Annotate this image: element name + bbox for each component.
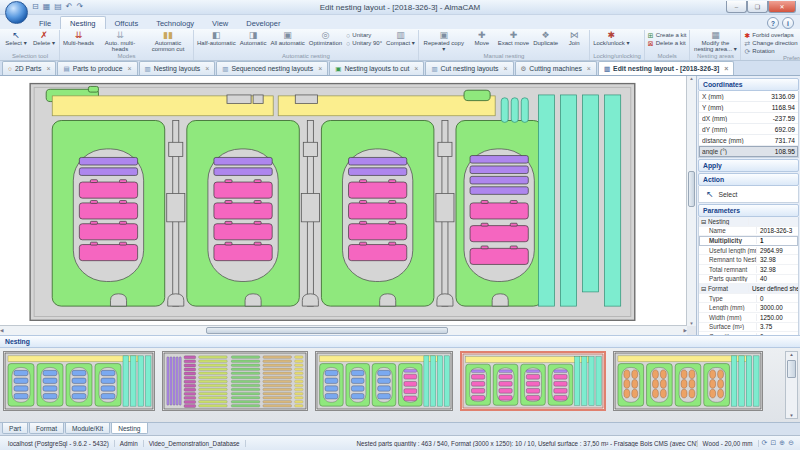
repeated-copy-button[interactable]: ▣Repeated copy ▾ [420,30,468,53]
fit-icon[interactable]: ⊡ [770,439,776,447]
create-a-kit-button[interactable]: ⊞Create a kit [648,32,687,39]
doc-tab-2d-parts[interactable]: ○2D Parts× [2,61,56,75]
coordinate-row[interactable]: dX (mm)-237.59 [699,113,798,124]
help-icon[interactable]: ? [767,17,779,29]
info-icon[interactable]: i [782,17,794,29]
close-tab-icon[interactable]: × [587,65,591,72]
nesting-layout-2[interactable] [162,351,308,411]
parameter-row[interactable]: Parts quantity40 [699,275,798,285]
nesting-layout-3[interactable] [315,351,453,411]
parameter-row[interactable]: Total remnant32.98 [699,265,798,275]
coordinate-row[interactable]: Y (mm)1168.94 [699,102,798,113]
delete-a-kit-button[interactable]: ⊠Delete a kit [648,40,687,47]
coordinate-row[interactable]: dY (mm)692.09 [699,124,798,135]
coordinate-row[interactable]: angle (°)108.95 [699,146,798,157]
doc-tab-edit-nesting-layout-2018-326-3-[interactable]: ▥Edit nesting layout - [2018-326-3]× [598,61,734,75]
doc-tab-nesting-layouts[interactable]: ▥Nesting layouts× [139,61,216,75]
close-tab-icon[interactable]: × [205,65,209,72]
doc-tab-parts-to-produce[interactable]: ▤Parts to produce× [57,61,137,75]
close-tab-icon[interactable]: × [46,65,50,72]
ribbon-tab-view[interactable]: View [203,17,237,29]
half-automatic-button[interactable]: ◧Half-automatic [195,30,238,53]
close-tab-icon[interactable]: × [318,65,322,72]
doc-tab-cut-nesting-layouts[interactable]: ▥Cut nesting layouts× [425,61,513,75]
save-icon[interactable]: ⊟ [32,3,39,11]
nesting-layout-5[interactable] [613,351,763,411]
nesting-layout-drawing[interactable] [0,76,687,326]
bottom-tab-part[interactable]: Part [2,423,28,434]
bottom-tab-nesting[interactable]: Nesting [111,423,147,434]
grid-icon[interactable]: ▤ [54,3,62,11]
undo-icon[interactable]: ↶ [66,3,73,11]
close-tab-icon[interactable]: × [503,65,507,72]
doc-tab-sequenced-nesting-layouts[interactable]: ▥Sequenced nesting layouts× [216,61,328,75]
coordinate-row[interactable]: X (mm)3136.09 [699,91,798,102]
ribbon-tab-developer[interactable]: Developer [237,17,289,29]
close-tab-icon[interactable]: × [414,65,418,72]
nesting-strip-header[interactable]: Nesting [0,335,800,348]
minimize-button[interactable]: – [726,1,747,13]
automatic-button[interactable]: ◨Automatic [238,30,269,53]
ribbon-tab-offcuts[interactable]: Offcuts [106,17,148,29]
bottom-tab-format[interactable]: Format [29,423,64,434]
ribbon-tab-nesting[interactable]: Nesting [60,16,105,29]
maximize-button[interactable]: ❏ [747,1,768,13]
coordinate-row[interactable]: distance (mm)731.74 [699,135,798,146]
duplicate-button[interactable]: ❖Duplicate [531,30,560,53]
automatic-common-cut-button[interactable]: ▮▮Automatic common cut [144,30,192,53]
parameter-row[interactable]: Multiplicity1 [699,236,798,246]
zoom-in-icon[interactable]: ⊕ [779,439,785,447]
nesting-canvas[interactable]: ▲▼ ◀▶ [0,76,696,335]
lock-unlock-button[interactable]: ✱Lock/unlock ▾ [591,30,631,53]
coordinates-header[interactable]: Coordinates [698,78,799,91]
close-button[interactable]: ✕ [768,1,796,13]
forbid-overlaps-button[interactable]: ✱Forbid overlaps [744,32,797,39]
parameter-row[interactable]: Length (mm)3000.00 [699,303,798,313]
all-automatic-button[interactable]: ▣All automatic [268,30,306,53]
close-tab-icon[interactable]: × [724,65,728,72]
optimization-button[interactable]: ◎Optimization [307,30,344,53]
auto-multi-heads-button[interactable]: ⇊Auto. multi-heads [96,30,144,53]
parameter-group-row[interactable]: ⊟ FormatUser defined sheets [699,284,798,294]
modify-the-nesting-area--button[interactable]: ▦Modify the nesting area... ▾ [691,30,739,53]
action-section-header[interactable]: Action [698,173,799,186]
join-button[interactable]: ⋈Join [560,30,588,53]
change-direction-button[interactable]: ⇄Change direction [744,40,797,47]
ribbon-tab-file[interactable]: File [30,17,60,29]
table-icon[interactable]: ▦ [43,3,51,11]
nesting-layout-1[interactable] [3,351,155,411]
parameter-row[interactable]: Name2018-326-3 [699,227,798,237]
close-tab-icon[interactable]: × [128,65,132,72]
compact-button[interactable]: ▥Compact ▾ [384,30,417,53]
machine-icon: ⚙ [521,65,527,73]
thumbnails-scrollbar[interactable]: ▲▼ [785,351,798,419]
select-button[interactable]: ↖Select ▾ [2,30,30,53]
unitary-90--button[interactable]: ○Unitary 90° [346,40,382,47]
move-button[interactable]: ✚Move [468,30,496,53]
parameter-group-row[interactable]: ⊟ Nesting [699,217,798,227]
redo-icon[interactable]: ↷ [77,3,84,11]
canvas-vertical-scrollbar[interactable]: ▲▼ [686,76,696,326]
nesting-layout-4-selected[interactable] [460,351,606,411]
unitary-button[interactable]: ○Unitary [346,32,382,39]
exact-move-button[interactable]: ✚Exact move [496,30,531,53]
parameters-header[interactable]: Parameters [698,204,799,217]
canvas-horizontal-scrollbar[interactable]: ◀▶ [0,325,687,335]
parameter-row[interactable]: Useful length (mm)2964.99 [699,246,798,256]
parameter-row[interactable]: Type0 [699,294,798,304]
apply-section-header[interactable]: Apply [698,159,799,172]
parameter-row[interactable]: Surface (m²)3.75 [699,323,798,333]
refresh-icon[interactable]: ⟳ [762,439,768,447]
parameter-row[interactable]: Width (mm)1250.00 [699,313,798,323]
doc-tab-cutting-machines[interactable]: ⚙Cutting machines× [515,61,597,75]
app-menu-orb-icon[interactable] [5,1,28,24]
bottom-tab-module-kit[interactable]: Module/Kit [65,423,110,434]
doc-tab-nesting-layouts-to-cut[interactable]: ▣Nesting layouts to cut× [329,61,424,75]
multi-heads-button[interactable]: ⇊Multi-heads [61,30,96,53]
parameter-row[interactable]: Remnant to Nest32.98 [699,255,798,265]
ribbon-tab-technology[interactable]: Technology [147,17,203,29]
delete-button[interactable]: ✗Delete ▾ [30,30,58,53]
rotation-button[interactable]: ⟳Rotation [744,48,797,55]
zoom-out-icon[interactable]: ⊖ [788,439,794,447]
action-select-label[interactable]: Select [719,191,738,198]
